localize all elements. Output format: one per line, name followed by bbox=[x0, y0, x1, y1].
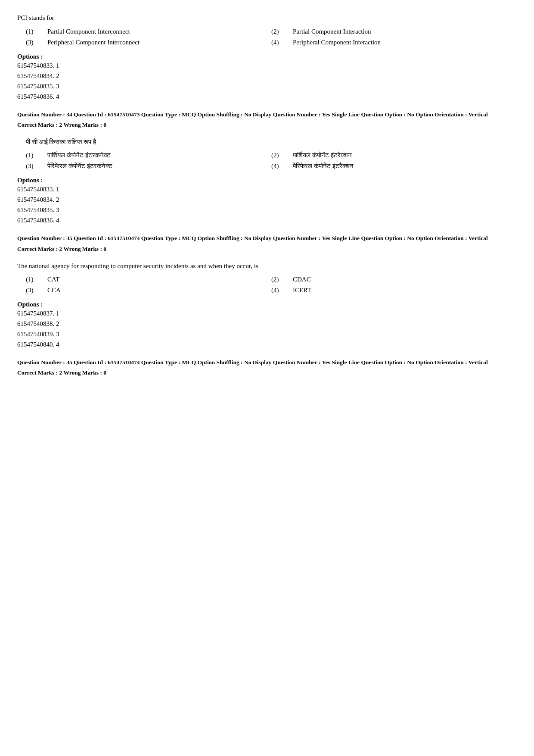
q35-option-code-3: 61547540839. 3 bbox=[17, 329, 517, 339]
q35-option-1: (1) CAT bbox=[26, 276, 271, 283]
marks-34: Correct Marks : 2 Wrong Marks : 0 bbox=[17, 122, 517, 128]
hi-option-3: (3) पेरिफेरल कंपोनेंट इंटरकनेक्ट bbox=[26, 162, 271, 170]
option-num-3: (3) bbox=[26, 39, 39, 46]
q35-option-num-1: (1) bbox=[26, 276, 39, 283]
hi-option-text-2: पार्शियल कंपोनेंट इंटरैक्शन bbox=[293, 152, 352, 159]
option-1: (1) Partial Component Interconnect bbox=[26, 28, 271, 35]
hi-option-code-2: 61547540834. 2 bbox=[17, 194, 517, 205]
options-grid-34-hi: (1) पार्शियल कंपोनेंट इंटरकनेक्ट (2) पार… bbox=[17, 152, 517, 170]
hi-option-4: (4) पेरिफेरल कंपोनेंट इंटरैक्शन bbox=[271, 162, 517, 170]
q35-option-num-4: (4) bbox=[271, 287, 284, 294]
options-codes-35-en: Options : 61547540837. 1 61547540838. 2 … bbox=[17, 301, 517, 350]
question-34-hindi: पी सी आई किसका संक्षिप्त रूप है (1) पार्… bbox=[17, 137, 517, 226]
q35-option-text-4: ICERT bbox=[293, 287, 311, 294]
option-num-2: (2) bbox=[271, 28, 284, 35]
hi-option-num-3: (3) bbox=[26, 162, 39, 170]
hi-option-text-1: पार्शियल कंपोनेंट इंटरकनेक्ट bbox=[47, 152, 111, 159]
option-code-4: 61547540836. 4 bbox=[17, 91, 517, 102]
options-codes-34-hi: Options : 61547540833. 1 61547540834. 2 … bbox=[17, 177, 517, 225]
q35-option-text-1: CAT bbox=[47, 276, 59, 283]
q35-option-code-1: 61547540837. 1 bbox=[17, 308, 517, 319]
options-label-35-en: Options : bbox=[17, 301, 43, 308]
marks-35-first: Correct Marks : 2 Wrong Marks : 0 bbox=[17, 246, 517, 253]
q35-option-num-2: (2) bbox=[271, 276, 284, 283]
meta-text-35-first: Question Number : 35 Question Id : 61547… bbox=[17, 234, 517, 243]
option-num-1: (1) bbox=[26, 28, 39, 35]
question-34-english: PCI stands for (1) Partial Component Int… bbox=[17, 13, 517, 102]
meta-text-35-second: Question Number : 35 Question Id : 61547… bbox=[17, 358, 517, 367]
q35-option-text-3: CCA bbox=[47, 287, 61, 294]
option-num-4: (4) bbox=[271, 39, 284, 46]
hi-option-1: (1) पार्शियल कंपोनेंट इंटरकनेक्ट bbox=[26, 152, 271, 159]
marks-35-second: Correct Marks : 2 Wrong Marks : 0 bbox=[17, 369, 517, 376]
q35-option-num-3: (3) bbox=[26, 287, 39, 294]
q35-option-4: (4) ICERT bbox=[271, 287, 517, 294]
option-3: (3) Peripheral Component Interconnect bbox=[26, 39, 271, 46]
options-codes-34-en: Options : 61547540833. 1 61547540834. 2 … bbox=[17, 53, 517, 102]
options-grid-35-en: (1) CAT (2) CDAC (3) CCA (4) ICERT bbox=[17, 276, 517, 294]
question-34-hindi-text: पी सी आई किसका संक्षिप्त रूप है bbox=[17, 137, 517, 147]
option-text-1: Partial Component Interconnect bbox=[47, 28, 130, 35]
hi-option-num-1: (1) bbox=[26, 152, 39, 159]
option-code-2: 61547540834. 2 bbox=[17, 71, 517, 81]
q35-option-text-2: CDAC bbox=[293, 276, 311, 283]
hi-option-2: (2) पार्शियल कंपोनेंट इंटरैक्शन bbox=[271, 152, 517, 159]
meta-35-first: Question Number : 35 Question Id : 61547… bbox=[17, 234, 517, 252]
option-text-2: Partial Component Interaction bbox=[293, 28, 371, 35]
q35-option-2: (2) CDAC bbox=[271, 276, 517, 283]
meta-34: Question Number : 34 Question Id : 61547… bbox=[17, 110, 517, 128]
hi-option-code-3: 61547540835. 3 bbox=[17, 205, 517, 215]
q35-option-code-2: 61547540838. 2 bbox=[17, 319, 517, 329]
hi-option-code-1: 61547540833. 1 bbox=[17, 184, 517, 194]
hi-option-code-4: 61547540836. 4 bbox=[17, 215, 517, 225]
options-label-34-en: Options : bbox=[17, 53, 43, 60]
option-code-1: 61547540833. 1 bbox=[17, 60, 517, 71]
question-35-text: The national agency for responding to co… bbox=[17, 261, 517, 271]
q35-option-3: (3) CCA bbox=[26, 287, 271, 294]
question-34-text: PCI stands for bbox=[17, 13, 517, 23]
question-35-english: The national agency for responding to co… bbox=[17, 261, 517, 350]
hi-option-text-3: पेरिफेरल कंपोनेंट इंटरकनेक्ट bbox=[47, 162, 112, 170]
option-text-4: Peripheral Component Interaction bbox=[293, 39, 381, 46]
meta-text-34: Question Number : 34 Question Id : 61547… bbox=[17, 110, 517, 119]
option-2: (2) Partial Component Interaction bbox=[271, 28, 517, 35]
options-grid-34-en: (1) Partial Component Interconnect (2) P… bbox=[17, 28, 517, 46]
option-4: (4) Peripheral Component Interaction bbox=[271, 39, 517, 46]
q35-option-code-4: 61547540840. 4 bbox=[17, 339, 517, 350]
meta-35-second: Question Number : 35 Question Id : 61547… bbox=[17, 358, 517, 376]
hi-option-text-4: पेरिफेरल कंपोनेंट इंटरैक्शन bbox=[293, 162, 354, 170]
option-text-3: Peripheral Component Interconnect bbox=[47, 39, 140, 46]
hi-option-num-2: (2) bbox=[271, 152, 284, 159]
hi-option-num-4: (4) bbox=[271, 162, 284, 170]
options-label-34-hi: Options : bbox=[17, 177, 43, 184]
option-code-3: 61547540835. 3 bbox=[17, 81, 517, 91]
